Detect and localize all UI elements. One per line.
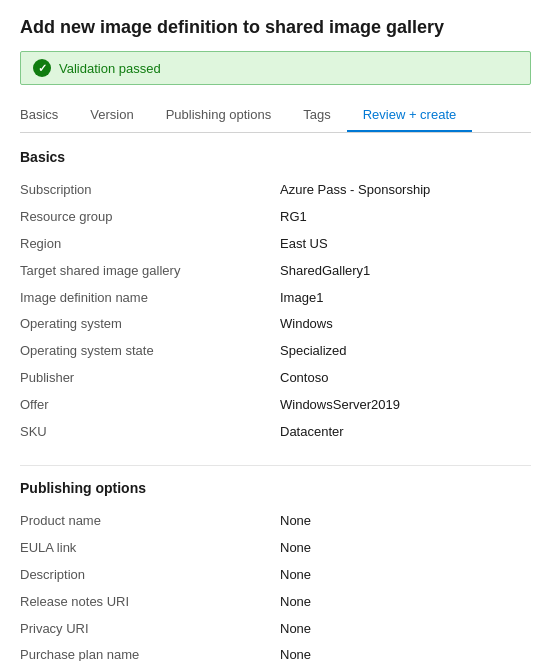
basics-section-title: Basics	[20, 149, 531, 165]
table-row: Target shared image gallery SharedGaller…	[20, 258, 531, 285]
basics-table: Subscription Azure Pass - Sponsorship Re…	[20, 177, 531, 445]
field-label: Region	[20, 234, 280, 255]
field-value: Contoso	[280, 368, 328, 389]
field-label: Subscription	[20, 180, 280, 201]
field-label: Resource group	[20, 207, 280, 228]
tab-basics[interactable]: Basics	[20, 99, 74, 132]
field-value: None	[280, 592, 311, 613]
field-value: Datacenter	[280, 422, 344, 443]
basics-section: Basics Subscription Azure Pass - Sponsor…	[20, 149, 531, 445]
field-value: None	[280, 538, 311, 559]
field-value: Azure Pass - Sponsorship	[280, 180, 430, 201]
field-value: Specialized	[280, 341, 347, 362]
table-row: Purchase plan name None	[20, 642, 531, 661]
table-row: Publisher Contoso	[20, 365, 531, 392]
tab-version[interactable]: Version	[74, 99, 149, 132]
validation-bar: Validation passed	[20, 51, 531, 85]
field-label: SKU	[20, 422, 280, 443]
field-label: Operating system state	[20, 341, 280, 362]
field-label: Product name	[20, 511, 280, 532]
field-label: Description	[20, 565, 280, 586]
field-label: Offer	[20, 395, 280, 416]
field-label: Publisher	[20, 368, 280, 389]
field-label: Target shared image gallery	[20, 261, 280, 282]
table-row: Image definition name Image1	[20, 285, 531, 312]
field-value: East US	[280, 234, 328, 255]
validation-text: Validation passed	[59, 61, 161, 76]
table-row: Privacy URI None	[20, 616, 531, 643]
table-row: Release notes URI None	[20, 589, 531, 616]
field-value: None	[280, 511, 311, 532]
field-value: None	[280, 619, 311, 640]
publishing-section: Publishing options Product name None EUL…	[20, 480, 531, 661]
table-row: Operating system state Specialized	[20, 338, 531, 365]
tab-review-create[interactable]: Review + create	[347, 99, 473, 132]
publishing-table: Product name None EULA link None Descrip…	[20, 508, 531, 661]
publishing-section-title: Publishing options	[20, 480, 531, 496]
table-row: Operating system Windows	[20, 311, 531, 338]
field-label: EULA link	[20, 538, 280, 559]
table-row: Subscription Azure Pass - Sponsorship	[20, 177, 531, 204]
field-value: Windows	[280, 314, 333, 335]
field-value: None	[280, 565, 311, 586]
table-row: EULA link None	[20, 535, 531, 562]
table-row: Description None	[20, 562, 531, 589]
field-value: None	[280, 645, 311, 661]
field-label: Privacy URI	[20, 619, 280, 640]
field-value: Image1	[280, 288, 323, 309]
field-value: SharedGallery1	[280, 261, 370, 282]
table-row: SKU Datacenter	[20, 419, 531, 446]
field-value: RG1	[280, 207, 307, 228]
table-row: Resource group RG1	[20, 204, 531, 231]
tab-tags[interactable]: Tags	[287, 99, 346, 132]
field-label: Image definition name	[20, 288, 280, 309]
field-value: WindowsServer2019	[280, 395, 400, 416]
check-icon	[33, 59, 51, 77]
field-label: Release notes URI	[20, 592, 280, 613]
table-row: Product name None	[20, 508, 531, 535]
table-row: Region East US	[20, 231, 531, 258]
page-title: Add new image definition to shared image…	[20, 16, 531, 39]
table-row: Offer WindowsServer2019	[20, 392, 531, 419]
field-label: Purchase plan name	[20, 645, 280, 661]
tab-bar: Basics Version Publishing options Tags R…	[20, 99, 531, 133]
section-divider	[20, 465, 531, 466]
tab-publishing-options[interactable]: Publishing options	[150, 99, 288, 132]
field-label: Operating system	[20, 314, 280, 335]
